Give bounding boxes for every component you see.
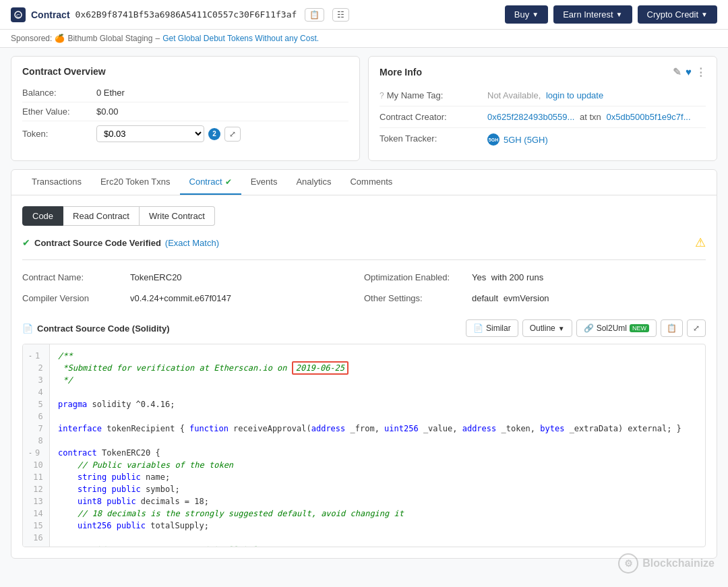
creator-address-link[interactable]: 0x625f282493b0559... <box>487 112 574 122</box>
site-logo: C <box>11 7 26 22</box>
token-tracker-label-text: Token Tracker: <box>380 133 437 144</box>
expand-icon-1[interactable]: - <box>28 350 32 362</box>
token-value-wrapper: $0.03 2 ⤢ <box>96 125 241 142</box>
tab-transactions[interactable]: Transactions <box>22 170 91 195</box>
tab-events-label: Events <box>251 177 278 187</box>
crypto-credit-button[interactable]: Crypto Credit ▼ <box>638 5 717 24</box>
earn-interest-button[interactable]: Earn Interest ▼ <box>553 5 632 24</box>
tab-erc20[interactable]: Erc20 Token Txns <box>91 170 180 195</box>
buy-button[interactable]: Buy ▼ <box>505 5 548 24</box>
contract-name-value: TokenERC20 <box>130 272 182 282</box>
sponsored-link[interactable]: Get Global Debut Tokens Without any Cost… <box>162 34 319 43</box>
expand-icon-9[interactable]: - <box>28 447 32 459</box>
token-tracker-row: Token Tracker: 5GH 5GH (5GH) <box>380 128 706 151</box>
other-settings-suffix: evmVersion <box>504 293 549 303</box>
line-2: 2 <box>23 362 49 374</box>
heart-icon[interactable]: ♥ <box>686 66 692 78</box>
code-line-9: contract TokenERC20 { <box>58 447 697 459</box>
line-8: 8 <box>23 435 49 447</box>
more-options-icon[interactable]: ⋮ <box>696 66 706 78</box>
sol2uml-button[interactable]: 🔗 Sol2Uml NEW <box>576 319 657 337</box>
sub-tab-read-contract[interactable]: Read Contract <box>63 206 140 226</box>
sponsored-company: Bithumb Global Staging <box>67 34 152 43</box>
crypto-label: Crypto Credit <box>647 9 699 20</box>
info-grid: Contract Overview Balance: 0 Ether Ether… <box>11 56 717 161</box>
contract-creator-label-text: Contract Creator: <box>380 112 447 122</box>
sub-tab-read-label: Read Contract <box>73 211 129 221</box>
code-line-11: string public name; <box>58 471 697 483</box>
line-17: 17 <box>23 544 49 547</box>
code-line-1: /** <box>58 350 697 362</box>
optimization-suffix: with 200 runs <box>491 272 543 282</box>
code-line-13: uint8 public decimals = 18; <box>58 495 697 507</box>
tab-contract[interactable]: Contract ✔ <box>180 170 241 195</box>
tab-transactions-label: Transactions <box>32 177 82 187</box>
tab-comments-label: Comments <box>350 177 392 187</box>
optimization-value: Yes with 200 runs <box>472 272 543 282</box>
sub-tab-code-label: Code <box>32 211 53 221</box>
other-settings-value: default evmVersion <box>472 293 549 303</box>
token-tracker-icon: 5GH <box>487 133 499 146</box>
source-title-text: Contract Source Code (Solidity) <box>37 323 169 334</box>
name-tag-label-text: My Name Tag: <box>387 90 444 100</box>
sponsored-bar: Sponsored: 🍊 Bithumb Global Staging – Ge… <box>0 30 728 48</box>
source-title: 📄 Contract Source Code (Solidity) <box>22 323 169 334</box>
token-label: Token: <box>22 129 96 139</box>
token-select[interactable]: $0.03 <box>96 125 204 142</box>
line-7: 7 <box>23 423 49 435</box>
creator-txn-link[interactable]: 0x5db500b5f1e9c7f... <box>606 112 690 122</box>
page-header: C Contract 0x62B9f8741Bf53a6986A5411C055… <box>0 0 728 30</box>
token-tracker-symbol: 5GH <box>489 137 498 142</box>
code-line-8 <box>58 435 697 447</box>
contract-creator-row: Contract Creator: 0x625f282493b0559... a… <box>380 106 706 128</box>
header-actions: Buy ▼ Earn Interest ▼ Crypto Credit ▼ <box>505 5 717 24</box>
line-numbers: - 1 2 3 4 5 6 7 8 - 9 10 11 12 13 <box>23 344 50 547</box>
sponsored-separator: – <box>155 34 160 43</box>
sol2uml-label: Sol2Uml <box>597 323 627 333</box>
more-info-card: More Info ✎ ♥ ⋮ ? My Name Tag: Not Avail… <box>368 56 717 161</box>
expand-code-button[interactable]: ⤢ <box>687 319 706 337</box>
line-6: 6 <box>23 410 49 423</box>
buy-label: Buy <box>514 9 529 20</box>
tab-analytics[interactable]: Analytics <box>286 170 340 195</box>
ether-value: $0.00 <box>96 106 119 117</box>
copy-address-button[interactable]: 📋 <box>305 8 324 22</box>
ether-value-row: Ether Value: $0.00 <box>22 102 348 121</box>
line-5: 5 <box>23 398 49 410</box>
line-4: 4 <box>23 386 49 398</box>
token-expand-button[interactable]: ⤢ <box>224 127 241 142</box>
copy-code-button[interactable]: 📋 <box>661 319 683 337</box>
code-line-6 <box>58 410 697 423</box>
sub-tab-code[interactable]: Code <box>22 206 63 226</box>
buy-chevron-icon: ▼ <box>532 11 539 18</box>
line-10: 10 <box>23 459 49 471</box>
tab-comments[interactable]: Comments <box>340 170 402 195</box>
not-available-text: Not Available, <box>487 90 541 100</box>
contract-address: 0x62B9f8741Bf53a6986A5411C0557c30F6F11f3… <box>75 9 297 20</box>
earn-label: Earn Interest <box>563 9 613 20</box>
token-tracker-link[interactable]: 5GH (5GH) <box>504 135 548 145</box>
code-line-17: // This creates an array with all balanc… <box>58 544 697 547</box>
watermark-text: Blockchainize <box>642 557 715 567</box>
line-12: 12 <box>23 483 49 495</box>
similar-label: Similar <box>486 323 511 333</box>
edit-icon[interactable]: ✎ <box>673 66 681 78</box>
sub-tabs: Code Read Contract Write Contract <box>22 206 706 226</box>
code-line-3: */ <box>58 374 697 386</box>
compiler-value: v0.4.24+commit.e67f0147 <box>130 293 231 303</box>
verified-match-text: (Exact Match) <box>165 238 219 248</box>
verified-checkmark-icon: ✔ <box>22 237 30 248</box>
login-to-update-link[interactable]: login to update <box>546 90 603 100</box>
grid-view-button[interactable]: ☷ <box>332 8 349 22</box>
sub-tab-write-contract[interactable]: Write Contract <box>140 206 215 226</box>
tab-events[interactable]: Events <box>241 170 287 195</box>
code-line-7: interface tokenRecipient { function rece… <box>58 423 697 435</box>
tab-contract-label: Contract <box>189 177 222 187</box>
name-tag-label: ? My Name Tag: <box>380 90 487 100</box>
token-tracker-value: 5GH 5GH (5GH) <box>487 133 548 146</box>
tab-erc20-label: Erc20 Token Txns <box>100 177 171 187</box>
outline-button[interactable]: Outline ▼ <box>522 319 572 337</box>
name-tag-value: Not Available, login to update <box>487 90 603 100</box>
similar-button[interactable]: 📄 Similar <box>466 319 518 337</box>
crypto-chevron-icon: ▼ <box>701 11 708 18</box>
